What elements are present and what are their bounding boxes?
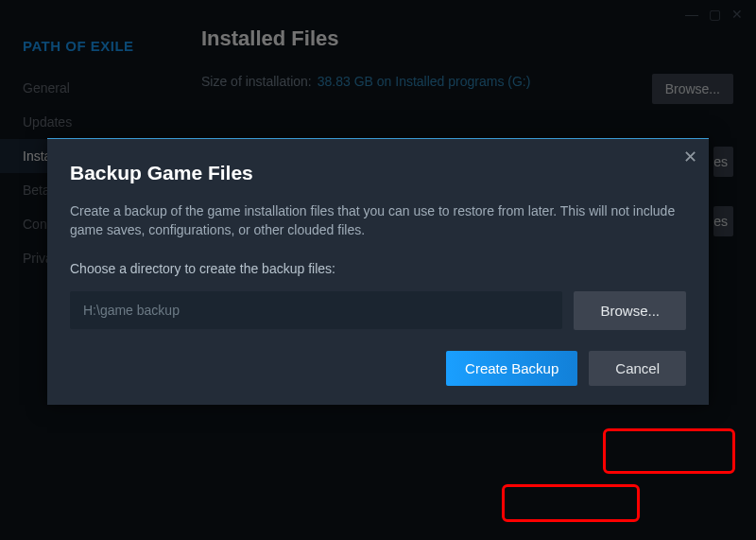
create-backup-button[interactable]: Create Backup	[446, 351, 577, 386]
backup-path-input[interactable]: H:\game backup	[70, 291, 562, 329]
modal-description: Create a backup of the game installation…	[70, 201, 686, 240]
browse-button[interactable]: Browse...	[574, 291, 686, 330]
cancel-button[interactable]: Cancel	[589, 351, 686, 386]
choose-directory-label: Choose a directory to create the backup …	[70, 261, 686, 276]
modal-title: Backup Game Files	[70, 162, 686, 184]
close-icon[interactable]: ✕	[683, 148, 697, 165]
path-row: H:\game backup Browse...	[70, 291, 686, 330]
modal-footer: Create Backup Cancel	[70, 351, 686, 386]
backup-modal: ✕ Backup Game Files Create a backup of t…	[47, 138, 709, 405]
